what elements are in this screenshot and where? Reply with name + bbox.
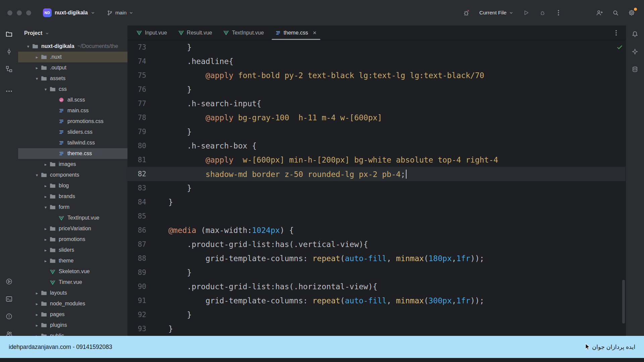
chevron-collapsed-icon[interactable]: ▸ — [34, 291, 40, 296]
code-line[interactable]: 75 @apply font-bold py-2 text-black lg:t… — [127, 68, 626, 82]
tree-item-sliders[interactable]: ▸sliders — [18, 245, 127, 255]
tab-textinput-vue[interactable]: TextInput.vue — [218, 25, 269, 40]
chevron-collapsed-icon[interactable]: ▸ — [42, 183, 49, 188]
code-line[interactable]: 78 @apply bg-gray-100 h-11 m-4 w-[600px] — [127, 111, 626, 125]
chevron-collapsed-icon[interactable]: ▸ — [34, 301, 40, 306]
zoom-window-button[interactable] — [26, 10, 31, 15]
code-line[interactable]: 92 } — [127, 308, 626, 322]
inspections-disabled-icon[interactable]: × — [461, 7, 472, 18]
tree-item-promotions[interactable]: ▸promotions — [18, 234, 127, 245]
database-icon[interactable] — [626, 60, 644, 78]
tree-item-css[interactable]: ▾css — [18, 84, 127, 95]
chevron-collapsed-icon[interactable]: ▸ — [42, 248, 49, 253]
code-line[interactable]: 91 grid-template-columns: repeat(auto-fi… — [127, 294, 626, 308]
more-icon[interactable] — [0, 82, 18, 100]
tree-item-all-scss[interactable]: all.scss — [18, 95, 127, 105]
code-line[interactable]: 74 .headline{ — [127, 54, 626, 68]
tree-item-form[interactable]: ▾form — [18, 202, 127, 213]
code-line[interactable]: 80 .h-search-box { — [127, 139, 626, 153]
chevron-collapsed-icon[interactable]: ▸ — [34, 323, 40, 328]
tree-item-assets[interactable]: ▾assets — [18, 73, 127, 84]
structure-icon[interactable] — [0, 60, 18, 78]
tree-item-main-css[interactable]: main.css — [18, 105, 127, 116]
tree-item-node-modules[interactable]: ▸node_modules — [18, 298, 127, 309]
branch-widget[interactable]: main — [107, 10, 133, 16]
terminal-icon[interactable] — [0, 290, 18, 308]
tree-item-promotions-css[interactable]: promotions.css — [18, 116, 127, 127]
tree-item-layouts[interactable]: ▸layouts — [18, 288, 127, 298]
code-line[interactable]: 83 } — [127, 181, 626, 195]
debug-button[interactable] — [537, 7, 548, 18]
tree-item-output[interactable]: ▸.output — [18, 62, 127, 73]
tree-item-label: main.css — [67, 108, 89, 114]
notifications-icon[interactable] — [626, 25, 644, 43]
editor-scrollbar[interactable] — [622, 280, 625, 323]
tab-options-button[interactable] — [610, 27, 622, 39]
chevron-expanded-icon[interactable]: ▾ — [42, 87, 49, 92]
code-line[interactable]: 86@media (max-width:1024px) { — [127, 223, 626, 237]
tree-item-theme-css[interactable]: theme.css — [18, 148, 127, 159]
chevron-collapsed-icon[interactable]: ▸ — [34, 312, 40, 317]
code-line[interactable]: 84} — [127, 195, 626, 209]
chevron-expanded-icon[interactable]: ▾ — [34, 173, 40, 178]
run-configuration-select[interactable]: Current File — [479, 10, 513, 16]
more-actions-button[interactable] — [553, 7, 564, 18]
tab-theme-css[interactable]: theme.css× — [270, 25, 322, 40]
project-widget[interactable]: ND nuxt-digikala — [40, 6, 98, 19]
code-line[interactable]: 81 @apply w-[600px] min-h-[200px] bg-whi… — [127, 153, 626, 167]
tab-input-vue[interactable]: Input.vue — [131, 25, 173, 40]
tree-item-nuxt-digikala[interactable]: ▾nuxt-digikala~/Documents/the — [18, 41, 127, 52]
chevron-collapsed-icon[interactable]: ▸ — [42, 226, 49, 231]
tree-item-theme[interactable]: ▸theme — [18, 255, 127, 266]
code-line[interactable]: 88 grid-template-columns: repeat(auto-fi… — [127, 251, 626, 265]
code-line[interactable]: 79 } — [127, 125, 626, 139]
chevron-collapsed-icon[interactable]: ▸ — [42, 194, 49, 199]
chevron-collapsed-icon[interactable]: ▸ — [42, 237, 49, 242]
tree-item-pages[interactable]: ▸pages — [18, 309, 127, 320]
run-icon[interactable] — [0, 273, 18, 290]
code-line[interactable]: 87 .product-grid-list:has(.vertical-view… — [127, 237, 626, 251]
tree-item-sliders-css[interactable]: sliders.css — [18, 127, 127, 137]
tree-item-components[interactable]: ▾components — [18, 170, 127, 180]
tree-item-timer-vue[interactable]: Timer.vue — [18, 277, 127, 288]
code-line[interactable]: 77 .h-search-input{ — [127, 97, 626, 111]
project-folder-icon[interactable] — [0, 25, 18, 43]
code-line[interactable]: 85 — [127, 209, 626, 223]
code-line[interactable]: 93} — [127, 322, 626, 336]
close-tab-icon[interactable]: × — [313, 29, 317, 36]
code-line[interactable]: 89 } — [127, 265, 626, 280]
chevron-collapsed-icon[interactable]: ▸ — [34, 55, 40, 60]
tab-result-vue[interactable]: Result.vue — [173, 25, 218, 40]
code-line[interactable]: 73 } — [127, 40, 626, 54]
tree-item-images[interactable]: ▸images — [18, 159, 127, 170]
project-panel-header[interactable]: Project — [18, 25, 127, 41]
chevron-collapsed-icon[interactable]: ▸ — [42, 162, 49, 167]
code-editor[interactable]: 73 }74 .headline{75 @apply font-bold py-… — [127, 40, 626, 358]
tree-item-blog[interactable]: ▸blog — [18, 180, 127, 191]
chevron-collapsed-icon[interactable]: ▸ — [42, 258, 49, 263]
tree-item-tailwind-css[interactable]: tailwind.css — [18, 137, 127, 148]
tree-item-skeleton-vue[interactable]: Skeleton.vue — [18, 266, 127, 277]
close-window-button[interactable] — [7, 10, 12, 15]
search-everywhere-button[interactable] — [610, 7, 621, 18]
code-line[interactable]: 76 } — [127, 82, 626, 97]
tree-item-nuxt[interactable]: ▸.nuxt — [18, 52, 127, 62]
problems-icon[interactable] — [0, 308, 18, 325]
code-line[interactable]: 90 .product-grid-list:has(.horizontal-vi… — [127, 280, 626, 294]
run-button[interactable] — [521, 7, 532, 18]
tree-item-plugins[interactable]: ▸plugins — [18, 320, 127, 330]
minimize-window-button[interactable] — [17, 10, 22, 15]
chevron-expanded-icon[interactable]: ▾ — [42, 205, 49, 210]
chevron-expanded-icon[interactable]: ▾ — [25, 44, 32, 49]
ai-assistant-icon[interactable] — [626, 43, 644, 60]
code-with-me-button[interactable] — [594, 7, 605, 18]
chevron-expanded-icon[interactable]: ▾ — [34, 76, 40, 81]
chevron-collapsed-icon[interactable]: ▸ — [34, 65, 40, 70]
inspections-ok-icon[interactable] — [617, 45, 623, 50]
tree-item-brands[interactable]: ▸brands — [18, 191, 127, 202]
git-commit-icon[interactable] — [0, 43, 18, 60]
tree-item-pricevariation[interactable]: ▸priceVariation — [18, 223, 127, 234]
code-line[interactable]: 82 shadow-md border z-50 rounded-lg px-2… — [127, 167, 626, 181]
tree-item-textinput-vue[interactable]: TextInput.vue — [18, 213, 127, 223]
settings-button[interactable] — [626, 7, 637, 18]
